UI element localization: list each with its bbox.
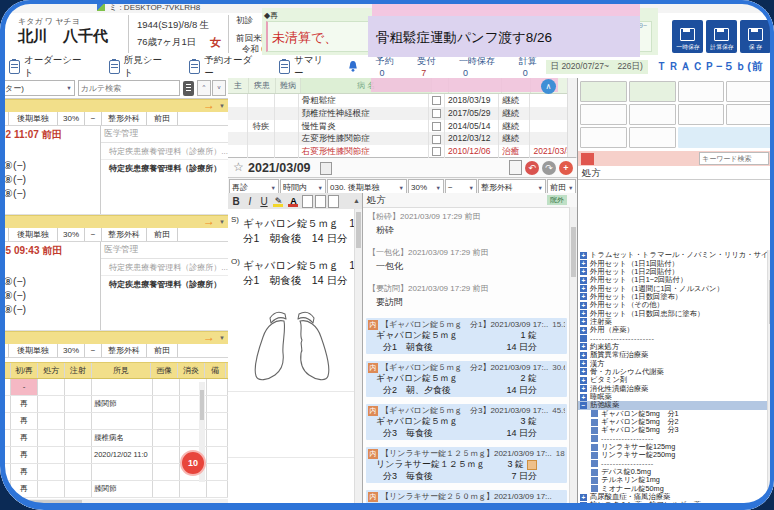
- prescription-entry[interactable]: 内 【ギャバロン錠５ｍｇ 分2】2021/03/09 17:.. 30.6円 ギ…: [366, 361, 567, 397]
- toolbar-button[interactable]: 所見シート: [100, 55, 180, 78]
- visit-table-row[interactable]: 再 膝関節: [0, 481, 228, 498]
- star-icon[interactable]: ☆: [233, 160, 244, 174]
- disease-row[interactable]: 頚椎症性神経根症 2017/05/29 継続: [228, 107, 577, 120]
- disease-row[interactable]: 特疾 慢性胃炎 2014/05/14 継続: [228, 120, 577, 133]
- tree-item[interactable]: + 外用セット（1日数回塗布）: [578, 293, 768, 301]
- karte-entry-header-bar[interactable]: → ▼: [0, 331, 228, 344]
- tree-expand-icon[interactable]: +: [580, 343, 587, 350]
- tree-expand-icon[interactable]: +: [580, 394, 587, 401]
- scroll-up-arrow-icon[interactable]: ▲: [353, 197, 360, 204]
- tree-expand-icon[interactable]: [591, 444, 598, 451]
- prescription-entry[interactable]: 【粉砕】2021/03/09 17:29 前田 粉砕: [366, 210, 567, 239]
- tree-item[interactable]: + 注射薬: [578, 318, 768, 326]
- undo-button[interactable]: ↶: [525, 161, 539, 175]
- tree-item[interactable]: + 外用（座薬）: [578, 326, 768, 334]
- tree-expand-icon[interactable]: +: [580, 494, 587, 501]
- tree-expand-icon[interactable]: [591, 485, 598, 492]
- disease-checkbox[interactable]: [432, 96, 441, 105]
- forward-arrow-icon[interactable]: →: [203, 214, 215, 228]
- tree-expand-icon[interactable]: [591, 477, 598, 484]
- scroll-down-button[interactable]: v: [212, 80, 226, 96]
- tree-expand-icon[interactable]: +: [580, 302, 587, 309]
- document-history-icon[interactable]: [509, 160, 522, 175]
- tree-item[interactable]: + トラムセット・トラマール・ノバミン・リリカ・サインバルタ・タリージェ: [578, 251, 768, 259]
- tree-item[interactable]: + 外用セット（1日1~2回貼付）: [578, 276, 768, 284]
- tree-item[interactable]: + ビタミン剤: [578, 376, 768, 384]
- tree-expand-icon[interactable]: +: [580, 310, 587, 317]
- tree-expand-icon[interactable]: +: [580, 285, 587, 292]
- order-category-button[interactable]: [629, 127, 676, 148]
- order-category-button[interactable]: [580, 81, 627, 102]
- visit-table-row[interactable]: -: [0, 379, 228, 396]
- forward-arrow-icon[interactable]: →: [203, 330, 215, 344]
- order-tab[interactable]: [613, 153, 626, 165]
- font-color-button[interactable]: A: [287, 196, 300, 206]
- chevron-down-icon[interactable]: ▼: [219, 335, 225, 341]
- scrollbar-thumb[interactable]: [12, 500, 82, 505]
- count-item[interactable]: 計算0: [519, 55, 546, 78]
- italic-button[interactable]: I: [244, 196, 256, 207]
- visit-table-row[interactable]: 再 膝関節: [0, 396, 228, 413]
- count-item[interactable]: 受付7: [417, 55, 444, 78]
- tree-item[interactable]: デパス錠0.5mg: [578, 468, 768, 476]
- tree-expand-icon[interactable]: +: [580, 277, 587, 284]
- sidebar-scrollbar[interactable]: [767, 250, 774, 510]
- tree-expand-icon[interactable]: +: [580, 260, 587, 267]
- karte-timestamp[interactable]: 05 09:43 前田: [0, 244, 62, 258]
- count-item[interactable]: 一時保存0: [459, 55, 504, 78]
- tree-expand-icon[interactable]: [591, 469, 598, 476]
- tree-expand-icon[interactable]: +: [580, 293, 587, 300]
- prescription-entry[interactable]: 【一包化】2021/03/09 17:29 前田 一包化: [366, 246, 567, 275]
- disease-checkbox[interactable]: [432, 109, 441, 118]
- order-tab[interactable]: [645, 153, 658, 165]
- tree-item[interactable]: + 骨・カルシウム代謝薬: [578, 368, 768, 376]
- tree-expand-icon[interactable]: +: [580, 385, 587, 392]
- visit-table-row[interactable]: 再 腰椎病名: [0, 430, 228, 447]
- tree-expand-icon[interactable]: [591, 460, 598, 467]
- tree-item[interactable]: ギャバロン錠5mg 分3: [578, 426, 768, 434]
- tree-expand-icon[interactable]: [580, 335, 587, 342]
- chevron-down-icon[interactable]: ▼: [219, 219, 225, 225]
- prescription-entry[interactable]: 内 【ギャバロン錠５ｍｇ 分3】2021/03/09 17:.. 45.9円 ギ…: [366, 404, 567, 440]
- tree-expand-icon[interactable]: +: [580, 377, 587, 384]
- forward-arrow-icon[interactable]: →: [203, 98, 215, 112]
- tree-expand-icon[interactable]: +: [580, 352, 587, 359]
- soap-text-area[interactable]: S) ギャバロン錠５ｍｇ 1錠 分1 朝食後 14 日分 O) ギャバロン錠５ｍ…: [228, 209, 355, 510]
- tree-item[interactable]: + 消化性潰瘍治療薬: [578, 385, 768, 393]
- collapse-up-button[interactable]: ∧: [541, 79, 556, 94]
- tree-item[interactable]: ------------------: [578, 460, 768, 468]
- calendar-icon[interactable]: [320, 162, 332, 175]
- table-horizontal-scrollbar[interactable]: [0, 499, 228, 506]
- toolbar-button[interactable]: オーダーシート: [0, 55, 100, 78]
- prescription-entry[interactable]: 内 【リンラキサー錠１２５ｍｇ】2021/03/09 17:.. 18.9円 リ…: [366, 447, 567, 483]
- order-tab[interactable]: [661, 153, 674, 165]
- tree-expand-icon[interactable]: [591, 427, 598, 434]
- disease-row[interactable]: 右変形性膝関節症 2010/12/06 治癒 2021/03/31: [228, 145, 577, 158]
- chevron-down-icon[interactable]: ▼: [219, 103, 225, 109]
- karte-list-icon-button[interactable]: [183, 81, 194, 96]
- underline-button[interactable]: U: [258, 196, 270, 207]
- tree-item[interactable]: + 抗ヒスタミン薬・抗アレルギー薬: [578, 501, 768, 509]
- prescription-entry[interactable]: 内 【ギャバロン錠５ｍｇ 分1】2021/03/09 17:.. 15.3円 ギ…: [366, 318, 567, 354]
- disease-row[interactable]: 骨粗鬆症 2018/03/19 継続: [228, 94, 577, 107]
- order-category-button[interactable]: [678, 81, 725, 102]
- disease-checkbox[interactable]: [432, 135, 441, 144]
- template-page-icon[interactable]: [328, 195, 339, 208]
- order-category-button[interactable]: [629, 104, 676, 125]
- tree-expand-icon[interactable]: [591, 435, 598, 442]
- tree-item[interactable]: ------------------: [578, 435, 768, 443]
- order-tab[interactable]: [581, 153, 594, 165]
- tree-item[interactable]: + 外用セット（その他）: [578, 301, 768, 309]
- prescription-entry[interactable]: 【要訪問】2021/03/09 17:29 前田 要訪問: [366, 282, 567, 311]
- tree-expand-icon[interactable]: [591, 452, 598, 459]
- save-button[interactable]: 一時保存: [672, 20, 703, 53]
- tree-item[interactable]: + 睡眠薬: [578, 393, 768, 401]
- tree-item[interactable]: ギャバロン錠5mg 分1: [578, 410, 768, 418]
- tree-item[interactable]: ギャバロン錠5mg 分2: [578, 418, 768, 426]
- order-tab[interactable]: [597, 153, 610, 165]
- add-entry-button[interactable]: +: [559, 161, 573, 175]
- tree-expand-icon[interactable]: +: [580, 368, 587, 375]
- template-page-icon[interactable]: [315, 195, 326, 208]
- save-button[interactable]: 保 存: [740, 20, 771, 53]
- tree-item[interactable]: + 漢方: [578, 359, 768, 367]
